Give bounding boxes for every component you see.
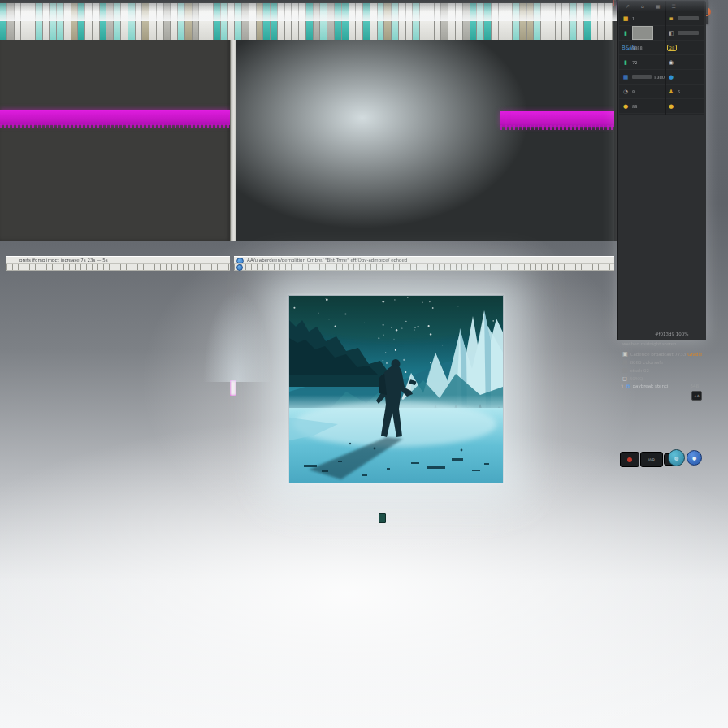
piano-key[interactable] bbox=[228, 3, 236, 40]
rack-item[interactable]: ●· bbox=[665, 114, 704, 115]
piano-key[interactable] bbox=[185, 3, 193, 40]
asset-row[interactable]: ▣Cadence broadcast 7733 Gradient 85%+ bbox=[622, 350, 702, 358]
piano-key[interactable] bbox=[121, 3, 128, 40]
piano-key[interactable] bbox=[406, 3, 414, 40]
rack-item[interactable]: ◉ bbox=[665, 55, 704, 70]
rack-item[interactable]: ▮72 bbox=[619, 55, 665, 70]
piano-key[interactable] bbox=[392, 3, 399, 40]
rack-item[interactable]: ● bbox=[665, 99, 704, 114]
piano-key[interactable] bbox=[427, 3, 435, 40]
divider-handle[interactable] bbox=[230, 380, 236, 396]
piano-key[interactable] bbox=[257, 3, 264, 40]
piano-key[interactable] bbox=[85, 3, 93, 40]
piano-key[interactable] bbox=[15, 3, 22, 40]
piano-key[interactable] bbox=[306, 3, 314, 40]
rack-item[interactable]: ● bbox=[665, 70, 704, 84]
piano-key[interactable] bbox=[292, 3, 299, 40]
piano-key[interactable] bbox=[171, 3, 178, 40]
piano-key[interactable] bbox=[142, 3, 150, 40]
piano-key[interactable] bbox=[605, 3, 613, 40]
action-button-red[interactable] bbox=[620, 452, 639, 467]
piano-key[interactable] bbox=[513, 3, 520, 40]
piano-key[interactable] bbox=[562, 3, 570, 40]
piano-key[interactable] bbox=[193, 3, 200, 40]
sidebar-wide-row[interactable]: 1 ◘ daybreak stencil 548 bbox=[621, 382, 702, 390]
piano-key[interactable] bbox=[370, 3, 378, 40]
piano-key[interactable] bbox=[150, 3, 157, 40]
piano-key[interactable] bbox=[435, 3, 442, 40]
piano-key[interactable] bbox=[72, 3, 79, 40]
canvas-image[interactable] bbox=[288, 295, 504, 483]
piano-key[interactable] bbox=[441, 3, 448, 40]
asset-row[interactable]: ▤8080 colorsafe bbox=[622, 358, 702, 366]
piano-key[interactable] bbox=[157, 3, 164, 40]
piano-key[interactable] bbox=[356, 3, 363, 40]
piano-key[interactable] bbox=[378, 3, 385, 40]
piano-key[interactable] bbox=[534, 3, 541, 40]
piano-key[interactable] bbox=[214, 3, 221, 40]
action-button-wr[interactable]: WR bbox=[640, 452, 663, 467]
piano-key[interactable] bbox=[592, 3, 599, 40]
piano-key[interactable] bbox=[78, 3, 85, 40]
rack-item[interactable]: ◔8 bbox=[619, 84, 665, 99]
piano-key[interactable] bbox=[598, 3, 605, 40]
piano-key[interactable] bbox=[57, 3, 64, 40]
piano-key[interactable] bbox=[93, 3, 100, 40]
rack-item[interactable]: B&W8888 bbox=[619, 41, 665, 55]
piano-key[interactable] bbox=[314, 3, 321, 40]
piano-key[interactable] bbox=[263, 3, 271, 40]
piano-key[interactable] bbox=[541, 3, 548, 40]
piano-key[interactable] bbox=[527, 3, 535, 40]
piano-key[interactable] bbox=[384, 3, 392, 40]
rack-header-icon[interactable]: ☰ bbox=[672, 3, 676, 9]
rack-item[interactable]: ●1 bbox=[619, 114, 665, 115]
piano-key[interactable] bbox=[349, 3, 357, 40]
piano-key[interactable] bbox=[420, 3, 427, 40]
piano-key[interactable] bbox=[363, 3, 370, 40]
playhead-marker[interactable] bbox=[379, 514, 386, 523]
piano-key[interactable] bbox=[505, 3, 513, 40]
rack-item[interactable]: ■1 bbox=[619, 11, 665, 26]
rack-item[interactable]: ▮ bbox=[619, 26, 665, 41]
piano-key[interactable] bbox=[456, 3, 463, 40]
piano-key[interactable] bbox=[106, 3, 114, 40]
rack-header-icon[interactable]: ↗ bbox=[626, 3, 630, 9]
piano-key[interactable] bbox=[584, 3, 592, 40]
piano-key[interactable] bbox=[164, 3, 171, 40]
piano-key[interactable] bbox=[36, 3, 43, 40]
piano-key[interactable] bbox=[114, 3, 121, 40]
piano-key[interactable] bbox=[399, 3, 406, 40]
asset-row[interactable]: ▥stack 02 bbox=[622, 366, 702, 375]
piano-key[interactable] bbox=[556, 3, 563, 40]
piano-key[interactable] bbox=[28, 3, 36, 40]
piano-key[interactable] bbox=[21, 3, 28, 40]
ruler-left[interactable]: prefs jfgmp impct increase 7s 23s — 5s bbox=[6, 256, 230, 271]
piano-key[interactable] bbox=[520, 3, 527, 40]
teal-circle-button[interactable]: ◍ bbox=[668, 449, 685, 466]
piano-key[interactable] bbox=[548, 3, 556, 40]
piano-key[interactable] bbox=[342, 3, 349, 40]
magenta-waveform-left[interactable] bbox=[0, 110, 230, 125]
piano-key[interactable] bbox=[577, 3, 584, 40]
rack-item[interactable]: ◧ bbox=[665, 26, 704, 41]
piano-key[interactable] bbox=[128, 3, 136, 40]
piano-key[interactable] bbox=[477, 3, 484, 40]
magenta-waveform-right[interactable] bbox=[505, 111, 614, 127]
rack-item[interactable]: ●88 bbox=[619, 99, 665, 114]
piano-key[interactable] bbox=[492, 3, 499, 40]
piano-key[interactable] bbox=[199, 3, 206, 40]
piano-key[interactable] bbox=[327, 3, 335, 40]
piano-key[interactable] bbox=[413, 3, 420, 40]
piano-key[interactable] bbox=[271, 3, 278, 40]
piano-key[interactable] bbox=[448, 3, 456, 40]
rack-item[interactable]: ♟6 bbox=[665, 84, 704, 99]
piano-key[interactable] bbox=[64, 3, 72, 40]
piano-key[interactable] bbox=[7, 3, 15, 40]
piano-key[interactable] bbox=[285, 3, 292, 40]
piano-key[interactable] bbox=[221, 3, 228, 40]
piano-key[interactable] bbox=[136, 3, 143, 40]
piano-key[interactable] bbox=[335, 3, 342, 40]
ruler-center[interactable]: AA/u aberdeen/demolition Ombre/ "Bht Trm… bbox=[234, 256, 614, 271]
blue-circle-button[interactable]: ● bbox=[687, 450, 702, 466]
piano-key[interactable] bbox=[100, 3, 107, 40]
